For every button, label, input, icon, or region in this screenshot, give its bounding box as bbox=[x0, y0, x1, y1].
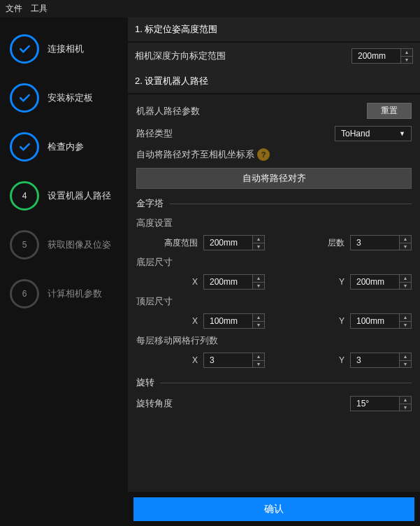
confirm-button[interactable]: 确认 bbox=[133, 497, 414, 521]
step-label: 连接相机 bbox=[48, 43, 84, 55]
section-2-header: 2. 设置机器人路径 bbox=[128, 69, 420, 94]
depth-range-input[interactable]: 200mm ▲▼ bbox=[352, 48, 413, 64]
spin-down-icon[interactable]: ▼ bbox=[253, 361, 264, 368]
menu-tools[interactable]: 工具 bbox=[31, 3, 48, 15]
spin-down-icon[interactable]: ▼ bbox=[253, 243, 264, 250]
spin-down-icon[interactable]: ▼ bbox=[400, 322, 411, 329]
input-value[interactable]: 3 bbox=[350, 353, 399, 368]
section-1-header: 1. 标定位姿高度范围 bbox=[128, 17, 420, 42]
sidebar: 连接相机 安装标定板 检查内参 4 设置机器人路径 5 获取图像及位姿 6 计算… bbox=[0, 17, 128, 526]
step-4[interactable]: 4 设置机器人路径 bbox=[0, 181, 128, 211]
input-value[interactable]: 100mm bbox=[203, 313, 252, 329]
y-label: Y bbox=[339, 277, 345, 287]
height-range-input[interactable]: 200mm▲▼ bbox=[203, 235, 265, 250]
step-2[interactable]: 安装标定板 bbox=[0, 83, 128, 113]
pyramid-title: 金字塔 bbox=[136, 197, 164, 210]
y-label: Y bbox=[339, 316, 345, 326]
input-value[interactable]: 3 bbox=[350, 235, 399, 250]
step-label: 设置机器人路径 bbox=[48, 190, 111, 202]
height-settings-label: 高度设置 bbox=[136, 217, 412, 229]
spin-down-icon[interactable]: ▼ bbox=[400, 361, 411, 368]
help-icon[interactable]: ? bbox=[257, 148, 270, 161]
params-title: 机器人路径参数 bbox=[136, 105, 200, 118]
step-number-icon: 5 bbox=[10, 230, 39, 260]
step-3[interactable]: 检查内参 bbox=[0, 132, 128, 162]
input-value[interactable]: 200mm bbox=[350, 274, 399, 290]
input-value[interactable]: 15° bbox=[350, 396, 399, 411]
top-size-label: 顶层尺寸 bbox=[136, 295, 412, 308]
step-label: 获取图像及位姿 bbox=[48, 239, 111, 251]
input-value[interactable]: 200mm bbox=[203, 235, 252, 250]
depth-range-label: 相机深度方向标定范围 bbox=[135, 50, 346, 62]
bottom-size-label: 底层尺寸 bbox=[136, 256, 412, 269]
menubar: 文件 工具 bbox=[0, 0, 420, 17]
top-y-input[interactable]: 100mm▲▼ bbox=[350, 313, 412, 329]
step-1[interactable]: 连接相机 bbox=[0, 34, 128, 64]
spin-down-icon[interactable]: ▼ bbox=[401, 57, 412, 64]
layers-label: 层数 bbox=[328, 237, 345, 249]
bottom-x-input[interactable]: 200mm▲▼ bbox=[203, 274, 265, 290]
spin-up-icon[interactable]: ▲ bbox=[400, 397, 411, 404]
spin-up-icon[interactable]: ▲ bbox=[253, 275, 264, 283]
spin-up-icon[interactable]: ▲ bbox=[253, 236, 264, 243]
height-range-label: 高度范围 bbox=[164, 237, 198, 249]
path-type-select[interactable]: ToHand ▼ bbox=[335, 126, 412, 141]
spin-up-icon[interactable]: ▲ bbox=[400, 353, 411, 361]
spin-up-icon[interactable]: ▲ bbox=[401, 49, 412, 57]
reset-button[interactable]: 重置 bbox=[367, 103, 412, 119]
step-label: 安装标定板 bbox=[48, 92, 93, 104]
step-label: 检查内参 bbox=[48, 141, 84, 153]
auto-align-button[interactable]: 自动将路径对齐 bbox=[136, 168, 412, 189]
spin-up-icon[interactable]: ▲ bbox=[400, 314, 411, 322]
spin-down-icon[interactable]: ▼ bbox=[253, 322, 264, 329]
check-icon bbox=[10, 83, 39, 113]
x-label: X bbox=[192, 277, 198, 287]
step-number-icon: 6 bbox=[10, 279, 39, 308]
x-label: X bbox=[192, 355, 198, 365]
layers-input[interactable]: 3▲▼ bbox=[350, 235, 412, 250]
step-number-icon: 4 bbox=[10, 181, 39, 211]
grid-x-input[interactable]: 3▲▼ bbox=[203, 353, 265, 368]
input-value[interactable]: 200mm bbox=[352, 48, 400, 64]
check-icon bbox=[10, 34, 39, 64]
select-value: ToHand bbox=[341, 129, 370, 138]
x-label: X bbox=[192, 316, 198, 326]
rotation-title: 旋转 bbox=[136, 376, 154, 389]
spin-down-icon[interactable]: ▼ bbox=[400, 243, 411, 250]
y-label: Y bbox=[339, 355, 345, 365]
spin-up-icon[interactable]: ▲ bbox=[400, 236, 411, 243]
depth-range-row: 相机深度方向标定范围 200mm ▲▼ bbox=[128, 43, 420, 69]
main-panel: 1. 标定位姿高度范围 相机深度方向标定范围 200mm ▲▼ 2. 设置机器人… bbox=[128, 17, 420, 526]
spin-up-icon[interactable]: ▲ bbox=[400, 275, 411, 283]
input-value[interactable]: 3 bbox=[203, 353, 252, 368]
rotation-angle-input[interactable]: 15°▲▼ bbox=[350, 396, 412, 411]
input-value[interactable]: 200mm bbox=[203, 274, 252, 290]
input-value[interactable]: 100mm bbox=[350, 313, 399, 329]
auto-align-label: 自动将路径对齐至相机坐标系 bbox=[136, 148, 254, 161]
chevron-down-icon: ▼ bbox=[399, 130, 405, 137]
top-x-input[interactable]: 100mm▲▼ bbox=[203, 313, 265, 329]
menu-file[interactable]: 文件 bbox=[6, 3, 22, 15]
path-type-label: 路径类型 bbox=[136, 127, 173, 140]
spin-up-icon[interactable]: ▲ bbox=[253, 353, 264, 361]
grid-label: 每层移动网格行列数 bbox=[136, 334, 412, 347]
check-icon bbox=[10, 132, 39, 162]
step-6[interactable]: 6 计算相机参数 bbox=[0, 279, 128, 308]
spin-down-icon[interactable]: ▼ bbox=[400, 404, 411, 411]
bottom-y-input[interactable]: 200mm▲▼ bbox=[350, 274, 412, 290]
step-label: 计算相机参数 bbox=[48, 287, 102, 300]
step-5[interactable]: 5 获取图像及位姿 bbox=[0, 230, 128, 260]
rotation-angle-label: 旋转角度 bbox=[136, 397, 173, 410]
grid-y-input[interactable]: 3▲▼ bbox=[350, 353, 412, 368]
spin-up-icon[interactable]: ▲ bbox=[253, 314, 264, 322]
spin-down-icon[interactable]: ▼ bbox=[400, 283, 411, 290]
spin-down-icon[interactable]: ▼ bbox=[253, 283, 264, 290]
